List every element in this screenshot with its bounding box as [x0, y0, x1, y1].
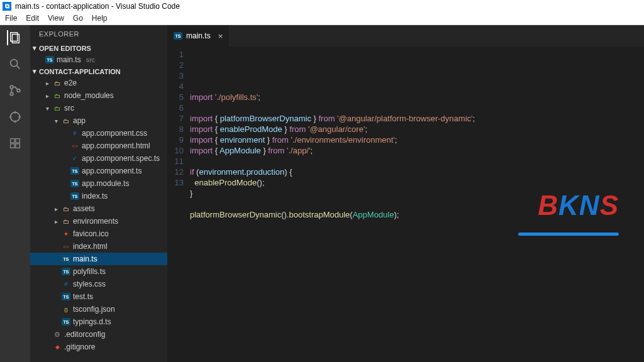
tree-item-label: src — [64, 104, 74, 112]
css-file-icon — [70, 129, 79, 138]
watermark-underline — [518, 233, 619, 236]
tree-item[interactable]: test.ts — [30, 290, 167, 303]
svg-rect-12 — [11, 139, 14, 143]
svg-point-7 — [11, 112, 20, 122]
tree-item[interactable]: index.ts — [30, 190, 167, 202]
tab-bar: main.ts × — [167, 25, 644, 47]
tree-item[interactable]: typings.d.ts — [30, 315, 167, 328]
tree-item[interactable]: favicon.ico — [30, 228, 167, 240]
window-title: main.ts - contact-application - Visual S… — [15, 2, 180, 11]
open-editors-header[interactable]: ▾ Open Editors — [30, 43, 167, 53]
tree-item[interactable]: app.component.ts — [30, 165, 167, 177]
twistie-icon: ▸ — [53, 218, 59, 225]
project-header[interactable]: ▾ contact-application — [30, 66, 167, 77]
tree-item[interactable]: app.component.html — [30, 140, 167, 152]
menu-help[interactable]: Help — [92, 14, 108, 23]
tree-item[interactable]: ▸🗀environments — [30, 215, 167, 228]
tree-item[interactable]: styles.css — [30, 278, 167, 290]
ts-file-icon — [174, 32, 182, 40]
open-editor-item[interactable]: main.ts src — [30, 53, 167, 66]
menubar: File Edit View Go Help — [0, 13, 644, 25]
vscode-icon: ⧉ — [3, 2, 11, 11]
collapse-icon: ▾ — [33, 44, 36, 52]
tree-item[interactable]: .editorconfig — [30, 328, 167, 341]
menu-edit[interactable]: Edit — [26, 14, 39, 23]
tree-item-label: e2e — [64, 79, 77, 87]
tab-main-ts[interactable]: main.ts × — [167, 25, 229, 47]
tree-item-label: app.component.html — [82, 141, 150, 150]
tree-item[interactable]: polyfills.ts — [30, 265, 167, 278]
tree-item[interactable]: ▸🗀e2e — [30, 77, 167, 89]
tree-item-label: node_modules — [64, 91, 114, 100]
code-editor[interactable]: 12345678910111213 BKNS import './polyfil… — [167, 47, 644, 362]
tree-item-label: tsconfig.json — [73, 305, 115, 314]
sidebar-title: Explorer — [30, 25, 167, 43]
tree-item-label: polyfills.ts — [73, 267, 106, 276]
extensions-icon[interactable] — [8, 136, 23, 151]
tree-item[interactable]: ▾🗀src — [30, 102, 167, 114]
ts-file-icon — [62, 255, 70, 263]
twistie-icon: ▸ — [44, 80, 50, 87]
tree-item[interactable]: index.html — [30, 240, 167, 253]
folder-file-icon: 🗀 — [62, 217, 70, 226]
tree-item[interactable]: ▸🗀node_modules — [30, 89, 167, 102]
svg-line-3 — [17, 66, 20, 69]
tree-item[interactable]: main.ts — [30, 253, 167, 265]
debug-icon[interactable] — [8, 109, 23, 124]
folder-g-file-icon: 🗀 — [53, 91, 62, 100]
menu-file[interactable]: File — [5, 14, 17, 23]
tree-item-label: index.html — [73, 242, 108, 251]
line-numbers: 12345678910111213 — [167, 49, 190, 362]
gear-file-icon — [53, 330, 62, 339]
git-icon[interactable] — [8, 83, 23, 98]
folder-g-file-icon: 🗀 — [53, 104, 62, 112]
code-lines[interactable]: BKNS import './polyfills.ts'; import { p… — [190, 49, 644, 362]
tree-item[interactable]: app.component.spec.ts — [30, 152, 167, 165]
html-file-icon — [62, 242, 70, 251]
tree-item[interactable]: app.component.css — [30, 127, 167, 140]
tree-item-label: assets — [73, 204, 95, 213]
ts-file-icon — [70, 167, 79, 175]
ts-file-icon — [62, 318, 70, 326]
tree-item-label: main.ts — [73, 255, 97, 263]
svg-point-5 — [10, 92, 13, 96]
css-file-icon — [62, 280, 70, 288]
tree-item[interactable]: ▸🗀assets — [30, 202, 167, 215]
svg-point-2 — [11, 60, 18, 67]
menu-go[interactable]: Go — [73, 14, 83, 23]
ts-file-icon — [62, 268, 70, 275]
folder-file-icon: 🗀 — [62, 116, 70, 125]
tree-item-label: styles.css — [73, 280, 106, 288]
twistie-icon: ▸ — [44, 92, 50, 99]
tree-item-label: .editorconfig — [64, 330, 105, 339]
editor-area: main.ts × 12345678910111213 BKNS import … — [167, 25, 644, 362]
twistie-icon: ▾ — [44, 105, 50, 112]
explorer-icon[interactable] — [7, 30, 22, 45]
search-icon[interactable] — [8, 57, 23, 72]
watermark-logo: BKNS — [538, 200, 619, 211]
ts-file-icon — [45, 56, 54, 63]
folder-file-icon: 🗀 — [53, 79, 62, 87]
tree-item-label: index.ts — [82, 192, 108, 200]
file-tree: ▸🗀e2e▸🗀node_modules▾🗀src▾🗀appapp.compone… — [30, 77, 167, 362]
tree-item[interactable]: ▾🗀app — [30, 114, 167, 127]
ico-file-icon — [62, 229, 70, 238]
tree-item[interactable]: .gitignore — [30, 341, 167, 353]
tree-item-label: environments — [73, 217, 118, 226]
tree-item[interactable]: app.module.ts — [30, 177, 167, 190]
tree-item-label: test.ts — [73, 292, 93, 301]
tree-item-label: app — [73, 116, 86, 125]
ts-file-icon — [70, 192, 79, 200]
close-icon[interactable]: × — [218, 31, 223, 41]
spec-file-icon — [70, 154, 79, 163]
svg-point-6 — [17, 89, 20, 92]
ts-file-icon — [70, 180, 79, 187]
json-file-icon — [62, 305, 70, 314]
ts-file-icon — [62, 293, 70, 300]
git-file-icon — [53, 343, 62, 351]
svg-rect-14 — [11, 144, 14, 148]
twistie-icon: ▾ — [53, 118, 59, 124]
menu-view[interactable]: View — [48, 14, 64, 23]
tree-item-label: app.component.spec.ts — [82, 154, 160, 163]
tree-item[interactable]: tsconfig.json — [30, 303, 167, 315]
